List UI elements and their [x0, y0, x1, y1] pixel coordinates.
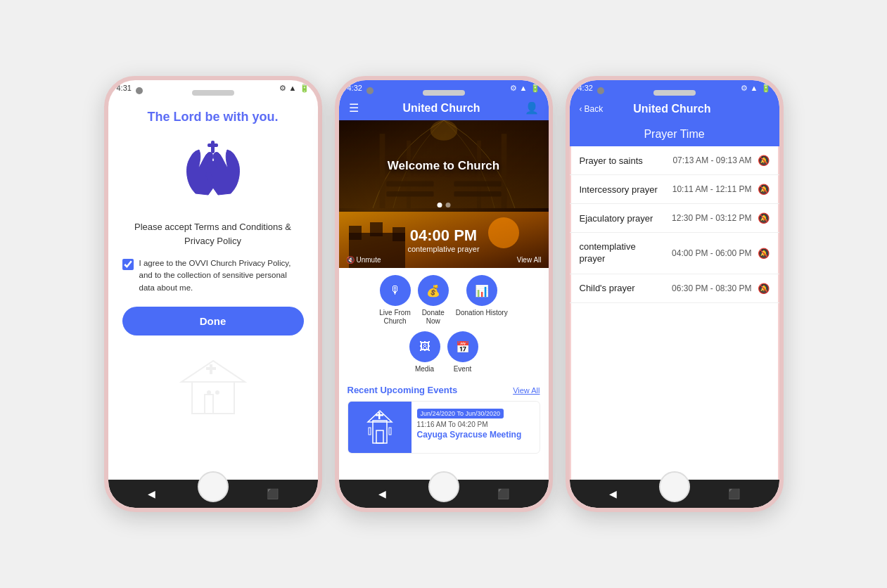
- recent-nav-icon[interactable]: ⬛: [267, 488, 279, 499]
- church-illustration: [171, 354, 255, 417]
- prayer-item-1: Prayer to saints 07:13 AM - 09:13 AM 🔕: [570, 146, 779, 175]
- donate-now-button[interactable]: 💰 DonateNow: [418, 275, 449, 326]
- phone2-scroll: Welcome to Church: [339, 120, 549, 480]
- history-label: Donation History: [456, 309, 508, 317]
- hero-dot-1[interactable]: [437, 203, 442, 207]
- phone-3: 4:32 ⚙ ▲ 🔋 ‹ Back United Church Prayer T…: [566, 76, 784, 512]
- hero-dots: [437, 203, 450, 207]
- prayer-app-title: United Church: [608, 103, 735, 115]
- quick-actions-row2: 🖼 Media 📅 Event: [339, 328, 549, 379]
- status-time-1: 4:31: [117, 84, 132, 92]
- prayer-name-2: Intercessory prayer: [580, 184, 672, 195]
- prayer-list: Prayer to saints 07:13 AM - 09:13 AM 🔕 I…: [570, 146, 779, 480]
- live-icon: 🎙: [380, 275, 411, 306]
- live-from-church-button[interactable]: 🎙 Live FromChurch: [379, 275, 410, 326]
- battery-icon: 🔋: [300, 84, 310, 93]
- prayer-time-label: contemplative prayer: [407, 245, 479, 253]
- svg-rect-30: [369, 428, 371, 435]
- event-icon: 📅: [447, 331, 478, 362]
- back-button[interactable]: ‹ Back: [580, 104, 604, 114]
- donate-label: DonateNow: [422, 309, 445, 326]
- profile-icon[interactable]: 👤: [525, 101, 539, 115]
- battery-icon-2: 🔋: [530, 84, 540, 93]
- event-card[interactable]: Jun/24/2020 To Jun/30/2020 11:16 AM To 0…: [347, 401, 540, 454]
- svg-rect-28: [376, 414, 383, 416]
- media-icon: 🖼: [409, 331, 440, 362]
- svg-rect-29: [376, 430, 383, 443]
- svg-rect-5: [206, 367, 216, 370]
- app-header-2: ☰ United Church 👤: [339, 96, 549, 120]
- event-label: Event: [454, 365, 472, 373]
- event-button[interactable]: 📅 Event: [447, 331, 478, 373]
- prayer-name-4: contemplativeprayer: [580, 241, 672, 265]
- svg-point-8: [215, 390, 219, 395]
- checkbox-label: I agree to the OVVI Church Privacy Polic…: [139, 257, 304, 294]
- checkbox-row: I agree to the OVVI Church Privacy Polic…: [122, 257, 304, 294]
- view-all-events[interactable]: View All: [513, 386, 540, 395]
- donation-history-button[interactable]: 📊 Donation History: [456, 275, 508, 326]
- svg-rect-25: [373, 421, 387, 443]
- prayer-time-5: 06:30 PM - 08:30 PM: [672, 283, 751, 293]
- app-title-2: United Church: [402, 102, 480, 115]
- prayer-time-3: 12:30 PM - 03:12 PM: [672, 213, 751, 223]
- back-nav-icon-2[interactable]: ◀: [378, 488, 386, 499]
- status-icons-3: ⚙ ▲ 🔋: [741, 84, 771, 93]
- events-header: Recent Upcoming Events View All: [347, 385, 540, 395]
- prayer-item-3: Ejaculatory prayer 12:30 PM - 03:12 PM 🔕: [570, 204, 779, 233]
- recent-nav-icon-2[interactable]: ⬛: [497, 488, 509, 499]
- view-all-prayer[interactable]: View All: [517, 256, 542, 264]
- phone1-content: The Lord be with you. Please accept Term…: [108, 96, 318, 480]
- signal-icon-3: ▲: [751, 84, 758, 92]
- done-button[interactable]: Done: [122, 307, 304, 335]
- back-label: Back: [585, 104, 604, 114]
- svg-point-24: [488, 217, 519, 248]
- settings-icon: ⚙: [279, 84, 286, 93]
- prayer-section-title: Prayer Time: [570, 122, 779, 146]
- back-nav-icon[interactable]: ◀: [148, 488, 155, 499]
- donate-icon: 💰: [418, 275, 449, 306]
- status-bar-1: 4:31 ⚙ ▲ 🔋: [108, 80, 318, 96]
- svg-point-7: [207, 390, 211, 395]
- prayer-name-5: Child's prayer: [580, 283, 672, 293]
- settings-icon-2: ⚙: [510, 84, 517, 93]
- mute-icon: 🔇: [346, 256, 355, 264]
- bell-icon-4[interactable]: 🔕: [758, 248, 770, 259]
- status-time-2: 4:32: [347, 84, 362, 92]
- prayer-item-4: contemplativeprayer 04:00 PM - 06:00 PM …: [570, 233, 779, 274]
- prayer-time-display: 04:00 PM contemplative prayer: [407, 226, 479, 253]
- status-icons-2: ⚙ ▲ 🔋: [510, 84, 540, 93]
- settings-icon-3: ⚙: [741, 84, 748, 93]
- hero-overlay: Welcome to Church: [339, 120, 549, 212]
- bell-icon-2[interactable]: 🔕: [758, 184, 770, 195]
- media-button[interactable]: 🖼 Media: [409, 331, 440, 373]
- svg-rect-6: [205, 395, 213, 414]
- events-title: Recent Upcoming Events: [347, 385, 458, 395]
- bell-icon-3[interactable]: 🔕: [758, 212, 770, 224]
- svg-rect-1: [208, 143, 218, 147]
- svg-rect-31: [389, 428, 391, 435]
- home-button-3[interactable]: [659, 471, 690, 502]
- battery-icon-3: 🔋: [761, 84, 771, 93]
- back-nav-icon-3[interactable]: ◀: [609, 488, 617, 499]
- bell-icon-5[interactable]: 🔕: [758, 283, 770, 294]
- hero-text: Welcome to Church: [388, 159, 499, 173]
- hamburger-icon[interactable]: ☰: [349, 101, 359, 115]
- event-name: Cayuga Syracuse Meeting: [417, 430, 534, 440]
- quick-actions-row1: 🎙 Live FromChurch 💰 DonateNow 📊 Donation…: [339, 268, 549, 328]
- status-icons-1: ⚙ ▲ 🔋: [279, 84, 310, 93]
- prayer-time-1: 07:13 AM - 09:13 AM: [672, 155, 751, 165]
- terms-checkbox[interactable]: [122, 259, 134, 270]
- prayer-item-2: Intercessory prayer 10:11 AM - 12:11 PM …: [570, 175, 779, 204]
- home-button-2[interactable]: [428, 471, 459, 502]
- home-button-1[interactable]: [198, 471, 229, 502]
- history-icon: 📊: [466, 275, 497, 306]
- recent-nav-icon-3[interactable]: ⬛: [728, 488, 740, 499]
- phone1-title: The Lord be with you.: [148, 110, 279, 124]
- terms-text: Please accept Terms and Conditions & Pri…: [122, 220, 304, 248]
- hero-dot-2[interactable]: [445, 203, 450, 207]
- status-time-3: 4:32: [578, 84, 593, 92]
- live-label: Live FromChurch: [379, 309, 410, 326]
- bell-icon-1[interactable]: 🔕: [758, 155, 770, 166]
- status-bar-2: 4:32 ⚙ ▲ 🔋: [339, 80, 549, 96]
- unmute-button[interactable]: 🔇 Unmute: [346, 256, 381, 264]
